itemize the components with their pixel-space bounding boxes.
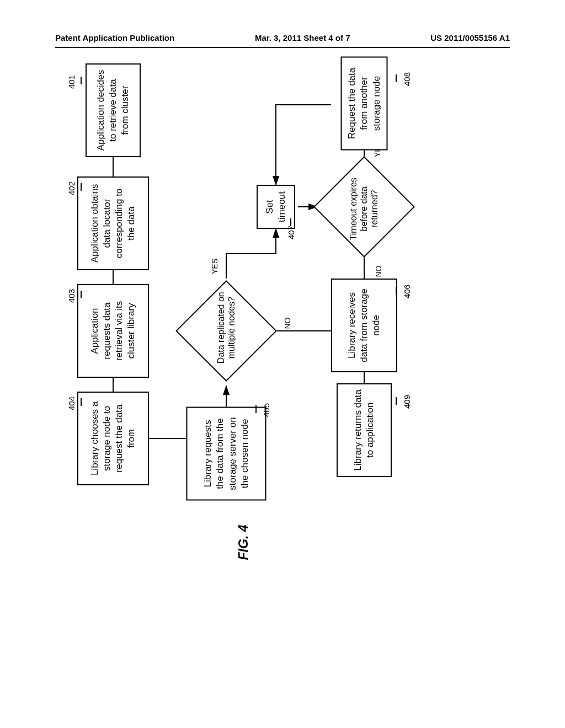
tick-408	[396, 74, 397, 82]
process-409-text: Library returns data to application	[352, 389, 376, 472]
process-403-text: Application requests data retrieval via …	[89, 290, 137, 372]
process-409: Library returns data to application	[337, 383, 392, 477]
ref-406: 406	[402, 285, 412, 298]
process-404-text: Library chooses a storage node to reques…	[89, 397, 137, 480]
process-403: Application requests data retrieval via …	[77, 284, 149, 378]
process-402: Application obtains data locator corresp…	[77, 176, 149, 270]
ref-407: 407	[286, 226, 296, 239]
process-402-text: Application obtains data locator corresp…	[89, 182, 137, 265]
header-left: Patent Application Publication	[55, 33, 174, 42]
ref-402: 402	[67, 181, 76, 195]
process-406-text: Library receives data from storage node	[346, 284, 382, 367]
header-center: Mar. 3, 2011 Sheet 4 of 7	[255, 33, 350, 42]
process-407-text: Set timeout	[264, 190, 288, 223]
ref-401: 401	[67, 75, 76, 89]
process-401-text: Application decides to retrieve data fro…	[95, 69, 131, 152]
tick-403	[81, 291, 82, 298]
d1-no-label: NO	[283, 318, 292, 329]
tick-401	[81, 77, 82, 84]
process-407: Set timeout	[257, 185, 295, 229]
tick-405	[255, 405, 257, 413]
process-405: Library requests the data from the stora…	[186, 407, 266, 501]
tick-402	[81, 183, 82, 191]
d2-no-label: NO	[374, 266, 383, 277]
ref-409: 409	[402, 395, 412, 409]
process-408: Request the data from another storage no…	[341, 57, 388, 151]
tick-406	[396, 287, 397, 295]
page-header: Patent Application Publication Mar. 3, 2…	[0, 33, 565, 42]
ref-405: 405	[262, 403, 271, 417]
tick-409	[396, 397, 397, 405]
header-right: US 2011/0055156 A1	[430, 33, 510, 42]
decision-replicated-text: Data replicated on multiple nodes?	[216, 286, 237, 369]
tick-404	[81, 398, 82, 406]
process-404: Library chooses a storage node to reques…	[77, 392, 149, 485]
tick-407	[290, 218, 291, 226]
process-405-text: Library requests the data from the stora…	[202, 413, 250, 495]
process-408-text: Request the data from another storage no…	[346, 62, 382, 145]
process-406: Library receives data from storage node	[331, 279, 397, 372]
header-divider	[55, 47, 510, 48]
decision-timeout-text: Timeout expires before data returned?	[348, 168, 380, 250]
ref-403: 403	[67, 289, 76, 303]
flowchart-diagram: Application decides to retrieve data fro…	[55, 77, 510, 634]
figure-label: FIG. 4	[236, 525, 251, 560]
ref-404: 404	[67, 397, 76, 410]
d1-yes-label: YES	[210, 259, 219, 274]
process-401: Application decides to retrieve data fro…	[86, 63, 141, 157]
ref-408: 408	[402, 72, 412, 86]
